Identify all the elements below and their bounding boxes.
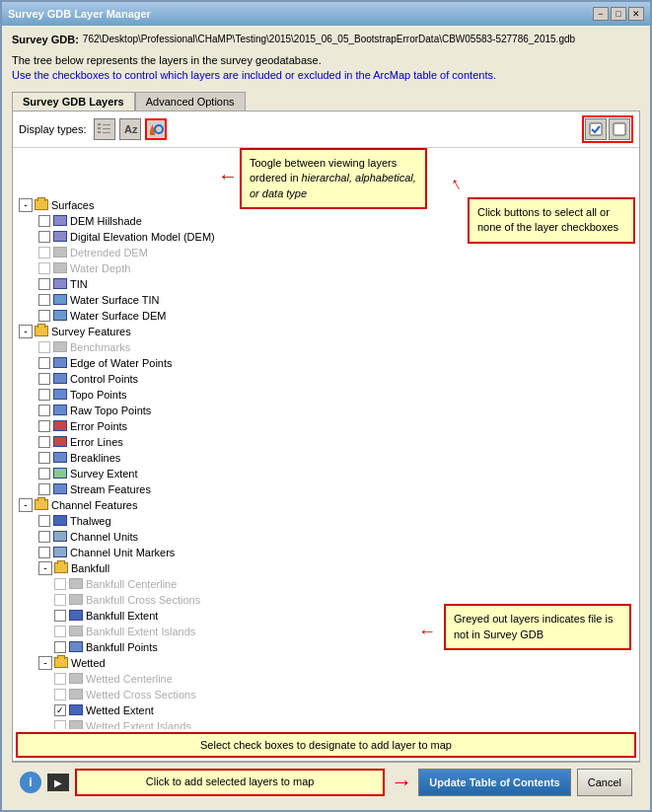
item-water-depth: Water Depth: [19, 260, 633, 276]
item-wetted-centerline: Wetted Centerline: [19, 671, 633, 687]
folder-icon-wetted: [54, 657, 68, 668]
group-wetted[interactable]: - Wetted: [19, 655, 633, 671]
group-channel-features[interactable]: - Channel Features: [19, 497, 633, 513]
checkbox-water-surface-tin[interactable]: [38, 294, 50, 306]
checkbox-survey-extent[interactable]: [38, 468, 50, 480]
expander-surfaces[interactable]: -: [19, 198, 33, 212]
uncheck-all-button[interactable]: [609, 118, 630, 140]
expander-channel[interactable]: -: [19, 498, 33, 512]
cancel-button[interactable]: Cancel: [577, 769, 632, 796]
select-hint-text: Select check boxes to designate to add l…: [200, 739, 452, 751]
layer-icon-dem: [53, 231, 67, 242]
checkbox-channel-unit-markers[interactable]: [38, 547, 50, 558]
checkbox-topo-points[interactable]: [38, 389, 50, 401]
wetted-extent-label: Wetted Extent: [86, 704, 154, 716]
checkbox-edge-water[interactable]: [38, 357, 50, 369]
maximize-button[interactable]: □: [611, 7, 626, 21]
checkbox-control-points[interactable]: [38, 373, 50, 385]
water-surface-dem-label: Water Surface DEM: [70, 310, 166, 322]
item-detrended-dem: Detrended DEM: [19, 245, 633, 260]
checkbox-breaklines[interactable]: [38, 452, 50, 464]
survey-extent-label: Survey Extent: [70, 468, 137, 480]
expander-wetted[interactable]: -: [38, 656, 52, 670]
bankfull-label: Bankfull: [71, 562, 109, 574]
checkbox-channel-units[interactable]: [38, 531, 50, 543]
check-all-button[interactable]: [585, 118, 607, 140]
layer-icon-error-lines: [53, 436, 67, 447]
film-button[interactable]: ▶: [47, 774, 69, 791]
datatype-view-button[interactable]: [145, 118, 167, 140]
group-bankfull[interactable]: - Bankfull: [19, 560, 633, 576]
group-survey-features[interactable]: - Survey Features: [19, 324, 633, 339]
checkbox-stream-features[interactable]: [38, 483, 50, 495]
svg-rect-1: [98, 127, 101, 129]
close-button[interactable]: ✕: [628, 7, 644, 21]
checkbox-thalweg[interactable]: [38, 515, 50, 527]
checkbox-bankfull-centerline[interactable]: [54, 578, 66, 590]
minimize-button[interactable]: −: [593, 7, 609, 21]
layer-icon-channel-units: [53, 531, 67, 542]
checkbox-water-depth[interactable]: [38, 262, 50, 274]
layer-icon-wetted-islands: [69, 720, 83, 729]
checkbox-wetted-centerline[interactable]: [54, 673, 66, 685]
checkbox-dem-hillshade[interactable]: [38, 215, 50, 227]
svg-rect-0: [98, 123, 101, 125]
checkbox-water-surface-dem[interactable]: [38, 310, 50, 322]
hierarchal-view-button[interactable]: [94, 118, 115, 140]
alphabetical-view-button[interactable]: Az: [119, 118, 141, 140]
edge-water-label: Edge of Water Points: [70, 357, 173, 369]
content-area: Survey GDB: 762\Desktop\Professional\CHa…: [2, 26, 650, 810]
tab-advanced-options[interactable]: Advanced Options: [135, 92, 246, 111]
tab-survey-gdb-layers[interactable]: Survey GDB Layers: [12, 92, 135, 111]
layer-icon-tin: [53, 278, 67, 289]
item-survey-extent: Survey Extent: [19, 466, 633, 481]
item-benchmarks: Benchmarks: [19, 339, 633, 355]
select-hint-bar: Select check boxes to designate to add l…: [16, 732, 636, 758]
layer-icon-thalweg: [53, 515, 67, 526]
checkbox-wetted-islands[interactable]: [54, 720, 66, 729]
error-points-label: Error Points: [70, 420, 127, 432]
checkbox-raw-topo[interactable]: [38, 405, 50, 416]
checkbox-error-lines[interactable]: [38, 436, 50, 448]
checkbox-benchmarks[interactable]: [38, 341, 50, 353]
tree-and-callouts: Toogle between viewing layers ordered in…: [13, 148, 639, 729]
item-channel-units: Channel Units: [19, 529, 633, 545]
checkbox-detrended[interactable]: [38, 247, 50, 258]
layer-icon-bankfull-islands: [69, 626, 83, 636]
layer-icon-bankfull-cross: [69, 594, 83, 605]
checkbox-tin[interactable]: [38, 278, 50, 290]
checkbox-bankfull-points[interactable]: [54, 641, 66, 653]
item-error-points: Error Points: [19, 418, 633, 434]
callout-select-all: Click buttons to select all or none of t…: [468, 197, 635, 244]
checkbox-dem[interactable]: [38, 231, 50, 243]
item-wetted-extent: Wetted Extent: [19, 702, 633, 718]
expander-bankfull[interactable]: -: [38, 561, 52, 575]
checkbox-bankfull-cross-sections[interactable]: [54, 594, 66, 606]
click-msg-box: Click to add selected layers to map: [75, 769, 385, 795]
toolbar-row: Display types: Az: [13, 111, 639, 148]
checkbox-bankfull-islands[interactable]: [54, 626, 66, 637]
item-wetted-islands: Wetted Extent Islands: [19, 718, 633, 729]
main-window: Survey GDB Layer Manager − □ ✕ Survey GD…: [0, 0, 652, 812]
info-button[interactable]: i: [20, 772, 41, 793]
layer-icon-bankfull-points: [69, 641, 83, 652]
main-panel: Display types: Az: [12, 111, 640, 762]
bankfull-centerline-label: Bankfull Centerline: [86, 578, 177, 590]
checkbox-wetted-cross[interactable]: [54, 689, 66, 701]
item-control-points: Control Points: [19, 371, 633, 387]
callout-greyed-text: Greyed out layers indicates file is not …: [454, 613, 613, 639]
expander-survey[interactable]: -: [19, 325, 33, 338]
dem-label: Digital Elevation Model (DEM): [70, 231, 215, 243]
update-toc-button[interactable]: Update Table of Contents: [418, 769, 570, 796]
svg-point-9: [155, 125, 163, 133]
info-line2: Use the checkboxes to control which laye…: [12, 68, 640, 83]
svg-rect-7: [150, 131, 155, 135]
checkbox-wetted-extent[interactable]: [54, 704, 66, 716]
tab-strip: Survey GDB Layers Advanced Options: [12, 92, 640, 111]
item-channel-unit-markers: Channel Unit Markers: [19, 545, 633, 560]
checkbox-bankfull-extent[interactable]: [54, 610, 66, 622]
checkbox-error-points[interactable]: [38, 420, 50, 432]
layer-icon-bankfull-centerline: [69, 578, 83, 589]
layer-icon-benchmarks: [53, 341, 67, 352]
layer-icon-wetted-extent: [69, 704, 83, 715]
